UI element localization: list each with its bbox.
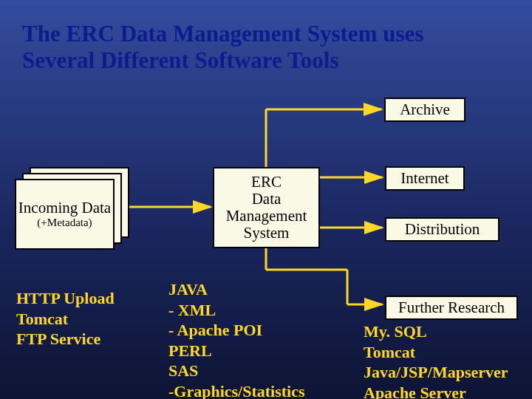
archive-box: Archive [384, 98, 466, 122]
right-d: Apache Server [364, 383, 508, 400]
internet-box: Internet [385, 166, 465, 191]
left-b: Tomcat [16, 309, 115, 330]
erc-l3: Management [226, 208, 307, 225]
left-a: HTTP Upload [16, 288, 115, 309]
distribution-box: Distribution [385, 217, 499, 242]
erc-l2: Data [252, 191, 282, 208]
right-list: My. SQL Tomcat Java/JSP/Mapserver Apache… [364, 321, 508, 399]
slide-title: The ERC Data Management System uses Seve… [22, 21, 495, 73]
left-c: FTP Service [16, 329, 115, 349]
further-research-box: Further Research [385, 296, 518, 320]
erc-system-box: ERC Data Management System [213, 167, 320, 248]
incoming-meta: (+Metadata) [37, 216, 92, 229]
mid-c: SAS [168, 361, 305, 381]
left-list: HTTP Upload Tomcat FTP Service [16, 288, 115, 349]
incoming-label: Incoming Data [18, 200, 111, 216]
mid-list: JAVA - XML - Apache POI PERL SAS -Graphi… [168, 279, 305, 399]
mid-a: JAVA [168, 279, 305, 300]
erc-l1: ERC [251, 174, 282, 191]
right-c: Java/JSP/Mapserver [364, 362, 508, 383]
mid-d: -Graphics/Statistics [168, 381, 305, 400]
mid-a2: - Apache POI [168, 320, 305, 341]
mid-a1: - XML [168, 300, 305, 321]
incoming-data-box: Incoming Data (+Metadata) [15, 179, 115, 250]
erc-l4: System [244, 225, 290, 242]
right-a: My. SQL [364, 321, 508, 342]
right-b: Tomcat [364, 342, 508, 363]
mid-b: PERL [168, 341, 305, 361]
